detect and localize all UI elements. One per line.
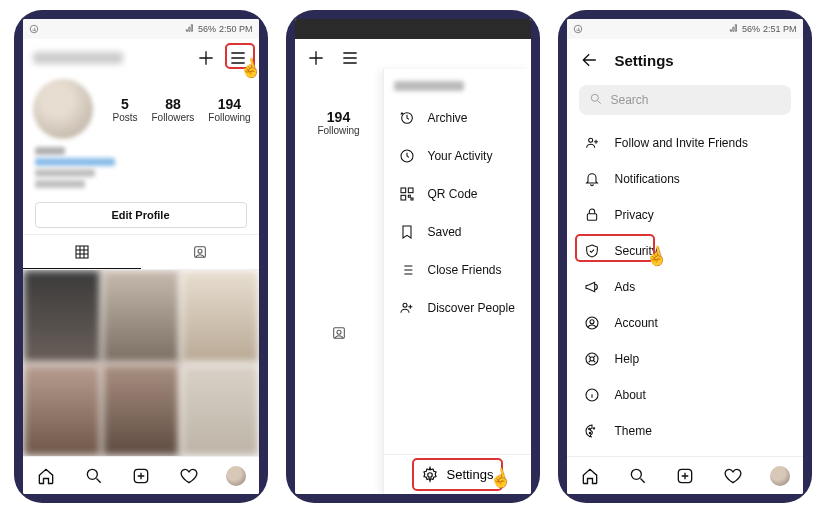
- hamburger-icon[interactable]: [339, 47, 361, 69]
- menu-item-close-friends[interactable]: Close Friends: [384, 251, 531, 289]
- signal-icon: [729, 23, 739, 35]
- svg-point-12: [403, 303, 407, 307]
- menu-footer-settings[interactable]: Settings ☝: [384, 454, 531, 494]
- create-icon[interactable]: [195, 47, 217, 69]
- menu-label: Saved: [428, 225, 462, 239]
- screen-profile: 56% 2:50 PM ☝ 5 Posts: [23, 19, 259, 494]
- settings-item-ads[interactable]: Ads: [567, 269, 803, 305]
- bio-section: [23, 147, 259, 196]
- tab-tagged[interactable]: [295, 316, 383, 350]
- svg-point-23: [588, 428, 589, 429]
- status-bar: [295, 19, 531, 39]
- search-icon[interactable]: [627, 465, 649, 487]
- lock-icon: [583, 206, 601, 224]
- edit-profile-button[interactable]: Edit Profile: [35, 202, 247, 228]
- signal-icon: [185, 23, 195, 35]
- clock: 2:51 PM: [763, 24, 797, 34]
- add-user-icon: [583, 134, 601, 152]
- home-icon[interactable]: [579, 465, 601, 487]
- stat-following[interactable]: 194 Following: [208, 96, 250, 123]
- photo-thumbnail[interactable]: [102, 364, 180, 457]
- stat-posts[interactable]: 5 Posts: [113, 96, 138, 123]
- photo-thumbnail[interactable]: [23, 270, 101, 363]
- bottom-nav: [23, 456, 259, 494]
- menu-label: Your Activity: [428, 149, 493, 163]
- photo-thumbnail[interactable]: [181, 270, 259, 363]
- menu-label: Close Friends: [428, 263, 502, 277]
- profile-avatar[interactable]: [33, 79, 93, 139]
- settings-label: About: [615, 388, 646, 402]
- menu-item-archive[interactable]: Archive: [384, 99, 531, 137]
- photo-thumbnail[interactable]: [102, 270, 180, 363]
- settings-item-privacy[interactable]: Privacy: [567, 197, 803, 233]
- create-icon[interactable]: [305, 47, 327, 69]
- nav-avatar[interactable]: [770, 466, 790, 486]
- heart-icon[interactable]: [722, 465, 744, 487]
- settings-item-about[interactable]: About: [567, 377, 803, 413]
- status-bar: 56% 2:50 PM: [23, 19, 259, 39]
- new-post-icon[interactable]: [674, 465, 696, 487]
- qr-icon: [398, 185, 416, 203]
- menu-label: Archive: [428, 111, 468, 125]
- settings-item-account[interactable]: Account: [567, 305, 803, 341]
- hamburger-icon[interactable]: [227, 47, 249, 69]
- whatsapp-icon: [29, 24, 39, 34]
- svg-point-3: [87, 469, 97, 479]
- stat-following[interactable]: 194 Following: [295, 109, 383, 136]
- home-icon[interactable]: [35, 465, 57, 487]
- help-icon: [583, 350, 601, 368]
- stats-row: 5 Posts 88 Followers 194 Following: [23, 73, 259, 147]
- svg-point-16: [588, 138, 592, 142]
- list-icon: [398, 261, 416, 279]
- settings-item-help[interactable]: Help: [567, 341, 803, 377]
- settings-label: Security: [615, 244, 658, 258]
- discover-icon: [398, 299, 416, 317]
- search-input[interactable]: Search: [579, 85, 791, 115]
- sheet-username: [394, 81, 464, 91]
- settings-item-follow[interactable]: Follow and Invite Friends: [567, 125, 803, 161]
- svg-point-15: [591, 94, 598, 101]
- svg-point-20: [586, 353, 598, 365]
- profile-header: ☝: [23, 39, 259, 73]
- menu-item-saved[interactable]: Saved: [384, 213, 531, 251]
- svg-point-13: [427, 472, 432, 477]
- settings-item-notifications[interactable]: Notifications: [567, 161, 803, 197]
- battery-text: 56%: [198, 24, 216, 34]
- new-post-icon[interactable]: [130, 465, 152, 487]
- settings-item-security[interactable]: Security ☝: [567, 233, 803, 269]
- shield-icon: [583, 242, 601, 260]
- back-icon[interactable]: [579, 49, 601, 71]
- user-circle-icon: [583, 314, 601, 332]
- svg-point-14: [574, 25, 582, 33]
- settings-label: Notifications: [615, 172, 680, 186]
- photo-grid: [23, 270, 259, 456]
- phone-3: 56% 2:51 PM Settings Search Follow and I…: [558, 10, 812, 503]
- search-placeholder: Search: [611, 93, 649, 107]
- menu-item-activity[interactable]: Your Activity: [384, 137, 531, 175]
- menu-header: [295, 39, 531, 69]
- nav-avatar[interactable]: [226, 466, 246, 486]
- page-title: Settings: [615, 52, 674, 69]
- battery-text: 56%: [742, 24, 760, 34]
- search-icon[interactable]: [83, 465, 105, 487]
- photo-thumbnail[interactable]: [181, 364, 259, 457]
- svg-point-26: [631, 469, 641, 479]
- settings-header: Settings: [567, 39, 803, 81]
- bell-icon: [583, 170, 601, 188]
- username[interactable]: [33, 52, 123, 64]
- phone-2: 194 Following Archive Your Activity: [286, 10, 540, 503]
- screen-settings: 56% 2:51 PM Settings Search Follow and I…: [567, 19, 803, 494]
- menu-item-discover[interactable]: Discover People: [384, 289, 531, 327]
- menu-label: QR Code: [428, 187, 478, 201]
- accounts-center-link[interactable]: Accounts Center: [567, 449, 803, 456]
- settings-item-theme[interactable]: Theme: [567, 413, 803, 449]
- svg-rect-9: [401, 188, 406, 193]
- stat-followers[interactable]: 88 Followers: [152, 96, 195, 123]
- photo-thumbnail[interactable]: [23, 364, 101, 457]
- menu-item-qr[interactable]: QR Code: [384, 175, 531, 213]
- tab-tagged[interactable]: [141, 235, 259, 269]
- svg-rect-17: [587, 214, 596, 221]
- tab-grid[interactable]: [23, 235, 141, 269]
- heart-icon[interactable]: [178, 465, 200, 487]
- settings-label: Follow and Invite Friends: [615, 136, 748, 150]
